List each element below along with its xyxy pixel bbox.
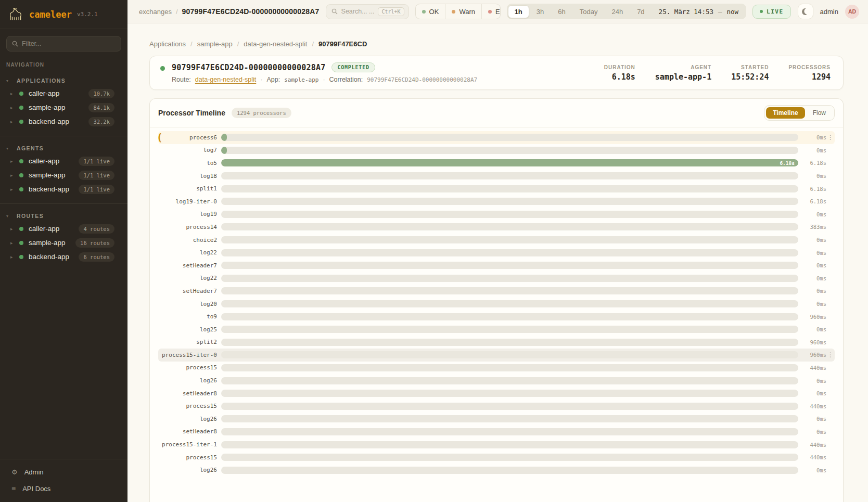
chevron-right-icon[interactable]: ▸ — [10, 105, 15, 110]
timeline-row[interactable]: log19 0ms ⋮ — [158, 208, 835, 221]
timeline-row[interactable]: ( process6 0ms ⋮ — [158, 131, 835, 144]
row-duration: 0ms — [798, 134, 826, 140]
chevron-right-icon[interactable]: ▸ — [10, 91, 15, 96]
timeline-row[interactable]: to5 6.18s 6.18s ⋮ — [158, 157, 835, 170]
status-filter[interactable]: OK — [416, 4, 445, 19]
timeline-row[interactable]: setHeader7 0ms ⋮ — [158, 259, 835, 272]
timeline-row[interactable]: process15 440ms ⋮ — [158, 451, 835, 464]
breadcrumb-link[interactable]: sample-app — [197, 40, 233, 48]
breadcrumb-section[interactable]: exchanges — [139, 8, 172, 16]
chevron-right-icon[interactable]: ▸ — [10, 187, 15, 192]
chevron-right-icon[interactable]: ▸ — [10, 226, 15, 231]
sidebar-item[interactable]: ▸ caller-app 1/1 live — [0, 154, 127, 168]
timeline-row[interactable]: log25 0ms ⋮ — [158, 323, 835, 336]
sidebar-item[interactable]: ▸ sample-app 84.1k — [0, 100, 127, 114]
timeline-row[interactable]: split2 960ms ⋮ — [158, 336, 835, 349]
timeline-row[interactable]: process14 383ms ⋮ — [158, 221, 835, 234]
processor-name: log26 — [158, 377, 217, 384]
processor-name: process15-iter-0 — [158, 352, 217, 358]
sidebar-footer: ⚙ Admin ≡ API Docs — [0, 459, 127, 502]
time-range-button[interactable]: 3h — [530, 5, 551, 18]
sidebar-filter-input[interactable] — [22, 40, 116, 47]
timeline-row[interactable]: setHeader8 0ms ⋮ — [158, 387, 835, 400]
timeline-row[interactable]: split1 6.18s ⋮ — [158, 182, 835, 195]
time-range-button[interactable]: 6h — [551, 5, 572, 18]
timeline-row[interactable]: log26 0ms ⋮ — [158, 413, 835, 426]
row-duration: 6.18s — [798, 198, 826, 204]
route-link[interactable]: data-gen-nested-split — [195, 76, 256, 83]
processor-name: split2 — [158, 339, 217, 345]
timeline-row[interactable]: process15-iter-1 440ms ⋮ — [158, 438, 835, 451]
global-search[interactable]: Search... ... Ctrl+K — [326, 4, 409, 19]
sidebar-item[interactable]: ▸ sample-app 1/1 live — [0, 168, 127, 182]
sidebar-filter[interactable] — [6, 36, 121, 52]
section-head-applications[interactable]: ▾ APPLICATIONS — [0, 75, 127, 86]
row-duration: 960ms — [798, 339, 826, 345]
timeline-row[interactable]: log19-iter-0 6.18s ⋮ — [158, 195, 835, 208]
time-range-button[interactable]: 7d — [630, 5, 651, 18]
timeline-row[interactable]: process15 440ms ⋮ — [158, 400, 835, 413]
sidebar-item[interactable]: ▸ backend-app 1/1 live — [0, 182, 127, 196]
timeline-row[interactable]: process15-iter-0 960ms ⋮ — [158, 349, 835, 362]
row-duration: 440ms — [798, 454, 826, 460]
breadcrumb-link[interactable]: Applications — [149, 40, 186, 48]
timeline-row[interactable]: to9 960ms ⋮ — [158, 310, 835, 323]
sidebar-item[interactable]: ▸ backend-app 32.2k — [0, 114, 127, 128]
chevron-right-icon[interactable]: ▸ — [10, 159, 15, 164]
status-filter[interactable]: Warn — [445, 4, 481, 19]
sidebar-item-admin[interactable]: ⚙ Admin — [0, 464, 127, 480]
avatar[interactable]: AD — [845, 5, 859, 19]
sidebar-item-api-docs[interactable]: ≡ API Docs — [0, 480, 127, 497]
section-head-routes[interactable]: ▾ ROUTES — [0, 210, 127, 222]
row-menu-icon[interactable]: ⋮ — [826, 351, 835, 358]
timeline-row[interactable]: setHeader8 0ms ⋮ — [158, 426, 835, 439]
gear-icon: ⚙ — [11, 468, 18, 476]
timeline-row[interactable]: log26 0ms ⋮ — [158, 464, 835, 477]
row-duration: 0ms — [798, 429, 826, 435]
status-dot — [19, 120, 23, 124]
processor-name: log7 — [158, 147, 217, 153]
timeline-track — [221, 198, 798, 205]
view-toggle-button[interactable]: Flow — [806, 107, 833, 119]
timeline-row[interactable]: log20 0ms ⋮ — [158, 298, 835, 311]
sidebar-item[interactable]: ▸ backend-app 6 routes — [0, 250, 127, 264]
status-filter[interactable]: Error — [481, 4, 501, 19]
timeline-row[interactable]: log26 0ms ⋮ — [158, 374, 835, 387]
count-badge: 6 routes — [79, 252, 114, 262]
view-toggle-button[interactable]: Timeline — [766, 107, 805, 119]
chevron-right-icon[interactable]: ▸ — [10, 254, 15, 260]
timeline-row[interactable]: choice2 0ms ⋮ — [158, 234, 835, 247]
timeline-row[interactable]: log22 0ms ⋮ — [158, 272, 835, 285]
sidebar-section-agents: ▾ AGENTS ▸ caller-app 1/1 live ▸ sample-… — [0, 136, 127, 196]
sidebar-item[interactable]: ▸ caller-app 4 routes — [0, 222, 127, 236]
timeline-row[interactable]: log22 0ms ⋮ — [158, 246, 835, 259]
timeline-bar — [221, 147, 227, 154]
row-duration: 0ms — [798, 262, 826, 268]
sidebar-item[interactable]: ▸ sample-app 16 routes — [0, 236, 127, 250]
theme-toggle-button[interactable] — [798, 4, 813, 19]
timeline-track — [221, 415, 798, 422]
timeline-row[interactable]: process15 440ms ⋮ — [158, 362, 835, 375]
timeline-row[interactable]: log7 0ms ⋮ — [158, 144, 835, 157]
timeline-title: Processor Timeline — [158, 109, 225, 117]
chevron-right-icon[interactable]: ▸ — [10, 240, 15, 246]
timeline-track: 6.18s — [221, 159, 798, 166]
app-value: sample-app — [284, 76, 318, 83]
count-badge: 10.7k — [88, 89, 114, 98]
chevron-right-icon[interactable]: ▸ — [10, 173, 15, 178]
date-range[interactable]: 25. März 14:53 — now — [652, 8, 745, 16]
chevron-right-icon[interactable]: ▸ — [10, 119, 15, 124]
timeline-row[interactable]: log18 0ms ⋮ — [158, 170, 835, 183]
time-range-button[interactable]: Today — [573, 5, 605, 18]
live-toggle[interactable]: LIVE — [752, 5, 791, 19]
time-range-button[interactable]: 24h — [605, 5, 630, 18]
time-range-group: 1h 3h 6h Today 24h 7d 25. März 14:53 — n… — [507, 4, 746, 19]
processor-name: log26 — [158, 467, 217, 473]
breadcrumb-link[interactable]: data-gen-nested-split — [244, 40, 307, 48]
moon-icon — [801, 7, 810, 16]
sidebar-item[interactable]: ▸ caller-app 10.7k — [0, 86, 127, 100]
time-range-button[interactable]: 1h — [508, 5, 529, 18]
timeline-row[interactable]: setHeader7 0ms ⋮ — [158, 285, 835, 298]
row-menu-icon[interactable]: ⋮ — [826, 134, 835, 141]
section-head-agents[interactable]: ▾ AGENTS — [0, 143, 127, 154]
